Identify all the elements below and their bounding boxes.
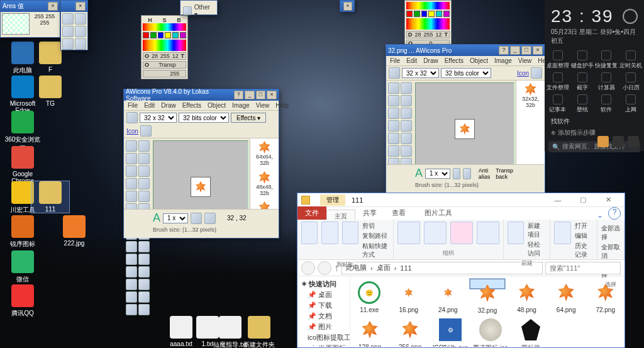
draw-tool[interactable] — [126, 140, 137, 152]
draw-tool[interactable] — [126, 153, 137, 164]
effects-button[interactable]: Effects ▾ — [231, 113, 266, 123]
widget-tile[interactable]: 小日历 — [619, 71, 643, 93]
tool-opt[interactable] — [191, 213, 202, 224]
draw-tool[interactable] — [138, 241, 150, 252]
file-item[interactable]: 墨迹图标.ico — [472, 316, 509, 347]
desktop-icon[interactable]: 111 — [31, 181, 69, 213]
ribbon-collapse-icon[interactable]: ⌄ — [592, 211, 608, 220]
recent-colors[interactable] — [406, 18, 450, 30]
widget-tile[interactable]: 截字 — [570, 71, 594, 93]
file-item[interactable]: 64.png — [548, 279, 584, 313]
nav-item[interactable]: ico图标提取工具 — [299, 332, 348, 343]
crumb[interactable]: 桌面 — [377, 263, 391, 272]
nav-item[interactable]: 📌 图片 — [299, 322, 348, 332]
draw-tool[interactable] — [401, 145, 412, 157]
explorer-search[interactable] — [545, 262, 621, 274]
transpback-toggle[interactable]: Transp back — [496, 167, 516, 180]
draw-tool[interactable] — [388, 95, 399, 106]
menu-item[interactable]: File — [390, 57, 400, 64]
tool-btn[interactable] — [62, 38, 74, 50]
pastelnk-btn[interactable]: 粘贴快捷方式 — [362, 242, 389, 259]
text-tool-icon[interactable]: A — [415, 167, 423, 180]
edit-btn[interactable]: 编辑 — [575, 232, 593, 240]
color-swatch[interactable] — [406, 11, 413, 17]
delete-icon[interactable] — [450, 222, 473, 244]
paste-icon[interactable] — [342, 222, 358, 244]
selectall-btn[interactable]: 全部选择 — [601, 224, 620, 242]
widget-foot-btn[interactable] — [597, 136, 609, 147]
files-pane[interactable]: 🙂11.exe16.png24.png32.png48.png64.png72.… — [350, 276, 625, 347]
size-thumb[interactable]: 32x32, 32b — [516, 81, 545, 111]
color-swatch[interactable] — [143, 32, 149, 38]
file-item[interactable]: ⚙ICO制作.exe — [432, 316, 469, 347]
minimize-button[interactable]: _ — [510, 46, 520, 55]
close-icon[interactable]: × — [75, 2, 86, 11]
menu-item[interactable]: Object — [470, 57, 488, 64]
tool-btn[interactable] — [75, 26, 86, 37]
size-select[interactable]: 32 x 32 — [402, 68, 439, 78]
close-button[interactable]: ✕ — [596, 196, 621, 204]
rename-icon[interactable] — [477, 222, 499, 244]
color-swatch[interactable] — [414, 11, 420, 17]
context-tab[interactable]: 管理 — [320, 194, 345, 206]
draw-tool[interactable] — [388, 145, 399, 157]
color-swatch[interactable] — [436, 11, 442, 17]
area-palette-window[interactable]: Area 值× 255 255 255 — [0, 0, 60, 38]
maximize-button[interactable]: □ — [256, 91, 266, 99]
other-label[interactable]: Other ▾ — [194, 4, 214, 18]
nav-back[interactable] — [301, 261, 315, 275]
color-swatch[interactable] — [158, 32, 164, 38]
nav-item[interactable]: 📌 文档 — [299, 311, 348, 322]
desktop-icon[interactable]: Google Chrome — [4, 146, 42, 184]
file-explorer-window[interactable]: 管理 111 — ▢ ✕ 文件 主页 共享 查看 图片工具 ⌄ ? 剪切复制路径… — [297, 193, 625, 348]
nav-item[interactable]: win当原图标 — [299, 343, 348, 347]
maximize-button[interactable]: □ — [521, 46, 531, 55]
cut-btn[interactable]: 剪切 — [362, 222, 389, 230]
desktop-icon[interactable]: 腾讯QQ — [4, 284, 42, 318]
awicons-window[interactable]: AWicons Pro V8.4.0 by Lokas Software ? _… — [123, 89, 279, 239]
tool-btn[interactable] — [62, 13, 74, 25]
file-item[interactable]: 图标替换.exe — [513, 316, 549, 347]
hue-strip[interactable] — [143, 23, 186, 31]
close-button[interactable]: × — [533, 46, 543, 55]
desktop-icon[interactable]: 222.jpg — [55, 215, 93, 247]
draw-tool[interactable] — [126, 279, 137, 290]
file-item[interactable]: 48.png — [509, 279, 545, 313]
menu-item[interactable]: View — [256, 102, 270, 109]
nav-fwd[interactable] — [318, 261, 331, 275]
other-dropdown[interactable]: Other ▾ — [180, 0, 218, 15]
tool-opt[interactable] — [453, 168, 460, 179]
open-btn[interactable]: 打开 — [575, 222, 593, 230]
properties-icon[interactable] — [554, 222, 571, 244]
pin-icon[interactable] — [301, 222, 318, 244]
draw-tool[interactable] — [126, 166, 137, 177]
menu-item[interactable]: Image — [232, 102, 250, 109]
color-picker[interactable]: HSB O2825512T OTransp255 — [141, 15, 188, 79]
menu-item[interactable]: View — [518, 57, 532, 64]
close-icon[interactable]: × — [343, 2, 352, 11]
color-depth-select[interactable]: 32 bits color — [179, 113, 229, 123]
draw-tool[interactable] — [138, 166, 150, 177]
draw-tool[interactable] — [126, 191, 137, 202]
color-swatch[interactable] — [428, 11, 435, 17]
newfolder-icon[interactable] — [508, 222, 525, 244]
awicons-window[interactable]: 32.png ... AWicons Pro ? _ □ × FileEditD… — [386, 44, 545, 194]
selectnone-btn[interactable]: 全部取消 — [601, 243, 620, 261]
help-icon[interactable]: ? — [608, 207, 621, 220]
draw-tool[interactable] — [126, 266, 137, 278]
widget-foot-btn[interactable] — [613, 136, 624, 147]
brush-size[interactable]: 1 x — [425, 169, 450, 179]
widget-tile[interactable]: 计算器 — [595, 71, 619, 93]
draw-tool[interactable] — [401, 108, 412, 119]
widget-tile[interactable]: 快捷复复 — [595, 49, 619, 70]
menu-item[interactable]: Object — [208, 102, 226, 109]
widget-tile[interactable]: 定时关机 — [619, 49, 643, 70]
easyaccess-btn[interactable]: 轻松访问 — [528, 240, 546, 258]
menu-item[interactable]: Draw — [423, 57, 438, 64]
sun-icon[interactable] — [623, 9, 638, 24]
minimize-button[interactable]: — — [545, 196, 570, 204]
close-button[interactable]: × — [267, 91, 277, 99]
draw-tool[interactable] — [126, 241, 137, 252]
draw-tool[interactable] — [138, 191, 150, 202]
menu-item[interactable]: Draw — [161, 102, 175, 109]
